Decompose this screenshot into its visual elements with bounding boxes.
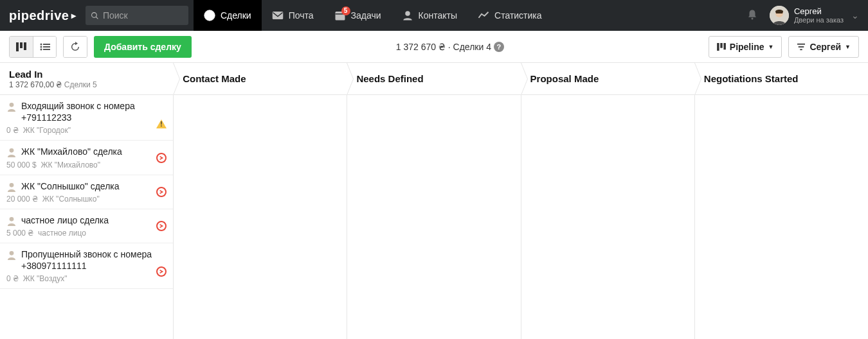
toolbar: Добавить сделку 1 372 670 ₴ · Сделки 4 ?… [0, 31, 868, 63]
svg-point-9 [751, 17, 753, 19]
avatar [770, 6, 789, 25]
person-icon [402, 10, 413, 21]
stage-cards [174, 95, 347, 339]
svg-text:$: $ [208, 12, 212, 19]
stage-title: Lead In [9, 69, 164, 80]
search-box[interactable] [86, 6, 188, 25]
stage-needs-defined: Needs Defined [347, 63, 521, 339]
svg-rect-14 [24, 42, 26, 50]
caret-down-icon: ▼ [768, 44, 773, 50]
overdue-icon [156, 266, 167, 277]
svg-point-29 [10, 183, 14, 187]
nav-deals[interactable]: $ Сделки [194, 0, 262, 31]
overdue-icon [156, 187, 167, 197]
stage-header[interactable]: Contact Made [174, 63, 347, 95]
deal-card[interactable]: Пропущенный звонок с номера +38097111111… [0, 243, 173, 289]
person-avatar-icon [6, 182, 17, 192]
deal-title: Пропущенный звонок с номера +38097111111… [21, 248, 167, 272]
stage-subtitle: 1 372 670,00 ₴ Сделки 5 [9, 80, 164, 89]
brand-logo[interactable]: pipedrive▸ [0, 8, 86, 23]
overdue-icon [156, 221, 167, 231]
top-nav: pipedrive▸ $ Сделки Почта 5 Задачи Конта… [0, 0, 868, 31]
deal-meta: 50 000 $ ЖК "Михайлово" [6, 161, 167, 170]
stage-proposal-made: Proposal Made [521, 63, 695, 339]
nav-label: Задачи [351, 10, 381, 21]
svg-line-1 [96, 17, 98, 19]
refresh-button[interactable] [64, 37, 87, 57]
user-menu[interactable]: Сергей Двери на заказ ⌄ [767, 6, 868, 25]
nav-label: Статистика [494, 10, 542, 21]
deal-value: 20 000 ₴ [6, 195, 38, 204]
list-icon [40, 43, 50, 51]
notifications-button[interactable] [737, 9, 767, 22]
stage-amount: 1 372 670,00 ₴ [9, 80, 62, 89]
stage-header[interactable]: Negotiations Started [695, 63, 868, 95]
nav-label: Сделки [221, 10, 251, 21]
nav-label: Почта [289, 10, 314, 21]
stage-header[interactable]: Needs Defined [347, 63, 520, 95]
svg-point-0 [92, 12, 97, 17]
stage-contact-made: Contact Made [174, 63, 347, 339]
deal-value: 5 000 ₴ [6, 229, 33, 238]
nav-mail[interactable]: Почта [262, 0, 324, 31]
svg-rect-23 [723, 43, 725, 49]
search-input[interactable] [103, 10, 183, 21]
deal-org: ЖК "Солнышко" [42, 195, 100, 204]
deal-title: Входящий звонок с номера +791112233 [21, 100, 167, 123]
deal-meta: 0 ₴ ЖК "Городок" [6, 126, 167, 135]
deal-meta: 0 ₴ ЖК "Воздух" [6, 274, 167, 283]
svg-point-8 [405, 11, 410, 16]
view-kanban-button[interactable] [10, 37, 33, 57]
kanban-small-icon [717, 43, 726, 51]
stage-title: Proposal Made [530, 73, 685, 84]
search-icon [91, 11, 99, 21]
nav-contacts[interactable]: Контакты [392, 0, 467, 31]
stage-header[interactable]: Lead In 1 372 670,00 ₴ Сделки 5 [0, 63, 173, 95]
deal-card[interactable]: частное лицо сделка5 000 ₴ частное лицо [0, 209, 173, 243]
deal-org: ЖК "Михайлово" [41, 161, 100, 170]
stage-negotiations-started: Negotiations Started [695, 63, 868, 339]
deal-card[interactable]: ЖК "Михайлово" сделка50 000 $ ЖК "Михайл… [0, 141, 173, 175]
deal-org: частное лицо [38, 229, 86, 238]
deal-title: частное лицо сделка [21, 214, 123, 226]
view-list-button[interactable] [33, 37, 56, 57]
stage-title: Contact Made [183, 73, 338, 84]
pipeline-summary: 1 372 670 ₴ · Сделки 4 ? [198, 42, 702, 52]
deal-org: ЖК "Воздух" [23, 274, 68, 283]
help-icon[interactable]: ? [494, 42, 504, 52]
refresh-icon [70, 42, 80, 52]
pipeline-board: Lead In 1 372 670,00 ₴ Сделки 5 Входящий… [0, 63, 868, 339]
svg-rect-13 [20, 42, 23, 48]
envelope-icon [272, 10, 284, 21]
deal-card[interactable]: ЖК "Солнышко" сделка20 000 ₴ ЖК "Солнышк… [0, 175, 173, 209]
svg-point-17 [40, 46, 42, 48]
stage-cards [521, 95, 694, 339]
svg-rect-21 [717, 43, 719, 51]
overdue-icon [156, 153, 167, 163]
deal-title: ЖК "Солнышко" сделка [21, 180, 134, 192]
owner-filter[interactable]: Сергей ▼ [788, 36, 859, 58]
svg-point-31 [10, 251, 14, 256]
nav-stats[interactable]: Статистика [467, 0, 552, 31]
person-avatar-icon [6, 147, 17, 157]
svg-rect-4 [272, 12, 283, 19]
deal-card[interactable]: Входящий звонок с номера +7911122330 ₴ Ж… [0, 95, 173, 141]
add-deal-button[interactable]: Добавить сделку [94, 36, 192, 58]
refresh-group [63, 36, 87, 58]
chart-line-icon [478, 10, 489, 21]
pipeline-select-label: Pipeline [730, 42, 764, 52]
deal-value: 50 000 $ [6, 161, 37, 170]
nav-tasks[interactable]: 5 Задачи [324, 0, 392, 31]
svg-rect-12 [16, 42, 19, 51]
stage-header[interactable]: Proposal Made [521, 63, 694, 95]
svg-point-27 [10, 103, 14, 107]
person-avatar-icon [6, 216, 17, 226]
pipeline-select[interactable]: Pipeline ▼ [709, 36, 782, 58]
svg-point-28 [10, 148, 14, 153]
stage-cards: Входящий звонок с номера +7911122330 ₴ Ж… [0, 95, 173, 339]
svg-rect-22 [720, 43, 722, 48]
svg-rect-18 [43, 46, 50, 48]
deal-value: 0 ₴ [6, 274, 19, 283]
deal-meta: 5 000 ₴ частное лицо [6, 229, 167, 238]
bell-icon [746, 9, 758, 21]
